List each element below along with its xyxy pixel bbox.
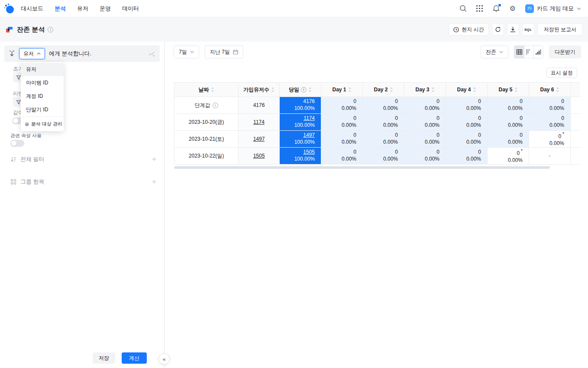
info-icon[interactable]: i — [213, 103, 218, 108]
download-icon — [510, 26, 516, 32]
subject-option-user[interactable]: 유저 — [21, 63, 64, 76]
sidebar-footer: 저장 계산 — [0, 348, 164, 368]
subject-option-account-id[interactable]: 계정 ID — [21, 90, 64, 103]
signup-users-cell[interactable]: 1497 — [239, 131, 280, 148]
retention-cell: 00.00% — [363, 131, 404, 148]
column-header[interactable]: Day 4 — [446, 83, 488, 97]
retention-cell: 00.00% — [321, 97, 363, 114]
subject-option-device-id[interactable]: 단말기 ID — [21, 103, 64, 116]
manage-gear-icon: ⊕ — [25, 121, 29, 127]
date-cell: 단계값i — [174, 97, 239, 114]
nav-dashboard[interactable]: 대시보드 — [21, 5, 43, 13]
horizontal-scrollbar[interactable] — [174, 166, 550, 169]
main-nav: 대시보드 분석 유저 운영 데이터 — [21, 5, 139, 13]
column-header[interactable]: Day 2 — [363, 83, 404, 97]
retention-cell: 00.00% — [404, 114, 446, 131]
view-trend-icon[interactable] — [533, 46, 543, 58]
avatar: 카 — [525, 4, 534, 13]
column-header[interactable]: Day 3 — [404, 83, 446, 97]
retention-table-wrap: 날짜가입유저수당일iDay 1Day 2Day 3Day 4Day 5Day 6… — [174, 82, 580, 165]
table-row: 2023-10-20(금)11741174100.00%00.00%00.00%… — [174, 114, 581, 131]
view-matrix-icon[interactable] — [524, 46, 533, 58]
chevron-down-icon — [499, 51, 503, 53]
retention-cell: 4176100.00% — [280, 97, 321, 114]
app-logo-icon[interactable] — [3, 3, 16, 15]
retention-cell: 00.00% — [488, 131, 529, 148]
download-table-button[interactable]: 다운받기 — [549, 45, 581, 58]
account-switcher[interactable]: 카 카드 게임 데모 — [525, 4, 581, 13]
column-header[interactable]: 당일i — [280, 83, 321, 97]
retention-cell: 00.00% — [404, 97, 446, 114]
retention-cell-empty: - — [529, 148, 571, 165]
retention-cell: 00.00% — [488, 97, 529, 114]
nav-data[interactable]: 데이터 — [122, 5, 139, 13]
signup-users-cell: 4176 — [239, 97, 280, 114]
notification-bell-icon[interactable] — [492, 5, 500, 13]
add-filter-button[interactable]: + — [152, 155, 156, 164]
nav-user[interactable]: 유저 — [77, 5, 88, 13]
collapse-panel-button[interactable]: « — [158, 353, 170, 365]
settings-gear-icon[interactable]: ⚙ — [509, 5, 517, 13]
retention-cell: 00.00% — [363, 148, 404, 165]
column-header[interactable]: Day 6 — [529, 83, 571, 97]
global-filter-row: 전체 필터 + — [10, 155, 156, 164]
info-icon[interactable]: i — [301, 87, 307, 93]
metric-select[interactable]: 잔존 — [481, 45, 508, 58]
view-table-icon[interactable] — [514, 46, 524, 58]
related-attr-toggle[interactable] — [10, 140, 24, 147]
signup-users-cell[interactable]: 1505 — [239, 148, 280, 165]
search-icon[interactable] — [459, 5, 467, 13]
related-attr-label: 관련 속성 사용 — [10, 132, 42, 139]
retention-report-icon — [6, 26, 13, 33]
top-navbar: 대시보드 분석 유저 운영 데이터 ⚙ 카 카드 게임 데모 — [0, 0, 588, 17]
retention-cell: 00.00% — [321, 131, 363, 148]
column-header[interactable]: 가입유저수 — [239, 83, 280, 97]
analysis-config-panel: 유저 에게 분석합니다. 초기 이 리턴 이 같이 보 유저 아이템 ID 계정… — [0, 42, 165, 368]
retention-cell[interactable]: 1505100.00% — [280, 148, 321, 165]
calendar-icon — [233, 49, 238, 55]
refresh-icon — [495, 26, 501, 32]
apps-grid-icon[interactable] — [476, 5, 484, 13]
subject-select[interactable]: 유저 — [19, 48, 45, 59]
save-button[interactable]: 저장 — [93, 352, 115, 364]
retention-cell: 00.00% — [446, 97, 488, 114]
add-group-button[interactable]: + — [152, 178, 156, 186]
subject-suffix-label: 에게 분석합니다. — [49, 50, 91, 58]
retention-cell: 00.00% — [321, 148, 363, 165]
date-cell: 2023-10-21(토) — [174, 131, 239, 148]
column-header[interactable]: 날짜 — [174, 83, 239, 97]
nav-analysis[interactable]: 분석 — [55, 5, 66, 13]
duration-select[interactable]: 7일 — [174, 45, 199, 58]
retention-cell: 0*0.00% — [488, 148, 529, 165]
result-area: 7일 지난 7일 잔존 다운받기 — [165, 42, 588, 368]
retention-cell: 00.00% — [529, 97, 571, 114]
retention-cell-clipped — [571, 148, 581, 165]
retention-cell-clipped — [571, 114, 581, 131]
retention-cell: 00.00% — [363, 97, 404, 114]
filter-icon — [16, 75, 21, 80]
column-header[interactable]: Day 1 — [321, 83, 363, 97]
title-info-icon[interactable]: i — [48, 27, 53, 32]
chart-add-icon[interactable] — [149, 50, 155, 57]
signup-users-cell[interactable]: 1174 — [239, 114, 280, 131]
retention-cell[interactable]: 1497100.00% — [280, 131, 321, 148]
nav-operation[interactable]: 운영 — [100, 5, 111, 13]
download-report-button[interactable] — [507, 23, 519, 36]
sql-button[interactable]: SQL — [522, 23, 534, 36]
subject-option-item-id[interactable]: 아이템 ID — [21, 76, 64, 90]
saved-reports-button[interactable]: 저장된 보고서 — [537, 23, 583, 36]
column-header[interactable]: Day 5 — [488, 83, 529, 97]
local-time-button[interactable]: 현지 시간 — [449, 23, 488, 36]
retention-cell: 00.00% — [321, 114, 363, 131]
retention-cell-clipped — [571, 131, 581, 148]
timezone-globe-icon — [453, 27, 459, 32]
calculate-button[interactable]: 계산 — [122, 352, 147, 364]
filter-icon — [16, 100, 21, 105]
date-cell: 2023-10-20(금) — [174, 114, 239, 131]
refresh-button[interactable] — [492, 23, 504, 36]
table-row: 2023-10-22(일)15051505100.00%00.00%00.00%… — [174, 148, 581, 165]
retention-cell[interactable]: 1174100.00% — [280, 114, 321, 131]
manage-subjects-item[interactable]: ⊕ 분석 대상 관리 — [21, 116, 64, 131]
display-settings-button[interactable]: 표시 설정 — [546, 68, 577, 78]
date-range-picker[interactable]: 지난 7일 — [205, 45, 243, 58]
